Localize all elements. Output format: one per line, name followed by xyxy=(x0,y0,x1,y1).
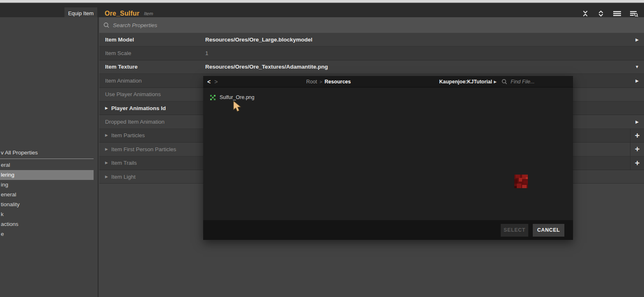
breadcrumb-current[interactable]: Resources xyxy=(325,79,351,85)
find-file-placeholder: Find File... xyxy=(511,79,534,85)
back-button[interactable]: < xyxy=(207,78,211,85)
row-arrow-right-icon[interactable]: ▶ xyxy=(630,115,644,128)
texture-file-icon xyxy=(210,95,215,100)
property-label: Dropped Item Animation xyxy=(105,119,165,125)
file-name: Sulfur_Ore.png xyxy=(220,94,254,100)
property-label-cell: ▶Player Animations Id xyxy=(99,101,205,115)
breadcrumb-root[interactable]: Root xyxy=(306,79,317,85)
property-label-cell: ▶Item Trails xyxy=(99,157,205,170)
row-arrow-right-icon[interactable]: ▶ xyxy=(630,33,644,46)
expand-arrow-icon[interactable]: ▶ xyxy=(105,134,108,137)
texture-preview xyxy=(514,175,528,188)
row-right-spacer xyxy=(630,101,644,115)
file-picker-footer: SELECT CANCEL xyxy=(203,220,573,240)
scope-label: Kaupenjoe:KJTutorial xyxy=(439,79,492,85)
property-label-cell: Item Scale xyxy=(99,46,205,60)
property-row[interactable]: Item ModelResources/Ores/Ore_Large.block… xyxy=(99,33,644,46)
add-entry-button[interactable]: + xyxy=(630,143,644,156)
expand-arrow-icon[interactable]: ▶ xyxy=(105,147,108,151)
property-label: Item Model xyxy=(105,37,134,43)
sidebar-item[interactable]: k xyxy=(0,210,99,219)
property-label: Item Scale xyxy=(105,50,131,56)
sidebar-item[interactable]: eneral xyxy=(0,190,99,200)
expand-arrow-icon[interactable]: ▶ xyxy=(105,175,108,179)
row-right-spacer xyxy=(630,170,644,183)
property-row[interactable]: Item TextureResources/Ores/Ore_Textures/… xyxy=(99,60,644,74)
sidebar-item[interactable]: v All Properties xyxy=(0,148,99,158)
breadcrumb: Root > Resources xyxy=(306,76,351,87)
select-button[interactable]: SELECT xyxy=(501,224,528,237)
property-label: Item First Person Particles xyxy=(111,146,176,152)
row-right-spacer xyxy=(630,88,644,101)
menu-icon[interactable] xyxy=(613,10,621,17)
expand-arrow-icon[interactable]: ▶ xyxy=(105,106,108,110)
property-label: Item Trails xyxy=(111,160,137,166)
property-label: Player Animations Id xyxy=(111,105,166,111)
nav-group: < > xyxy=(207,76,218,87)
property-label-cell: Item Model xyxy=(99,33,205,46)
property-label-cell: ▶Item Particles xyxy=(99,129,205,142)
filter-search-icon[interactable] xyxy=(630,10,638,17)
sidebar-item[interactable]: e xyxy=(0,229,99,239)
search-icon xyxy=(103,22,110,28)
file-item-sulfur-ore[interactable]: Sulfur_Ore.png xyxy=(203,92,573,103)
property-label-cell: Item Animation xyxy=(99,74,205,87)
category-sidebar: v All Propertieseralleringingeneraltiona… xyxy=(0,148,99,239)
property-label: Item Animation xyxy=(105,78,142,84)
cancel-button[interactable]: CANCEL xyxy=(533,224,564,237)
property-label-cell: Use Player Animations xyxy=(99,88,205,101)
property-label-cell: Dropped Item Animation xyxy=(99,115,205,128)
row-arrow-right-icon[interactable]: ▶ xyxy=(630,74,644,87)
search-placeholder: Search Properties xyxy=(113,22,157,28)
property-label: Use Player Animations xyxy=(105,91,161,97)
search-properties-field[interactable]: Search Properties xyxy=(99,17,644,33)
property-label: Item Light xyxy=(111,174,135,180)
app-window: Equip Item Ore_Sulfur Item v All Propert… xyxy=(0,0,644,297)
sidebar-item[interactable]: lering xyxy=(0,170,94,180)
left-panel: v All Propertieseralleringingeneraltiona… xyxy=(0,17,99,297)
property-label: Item Texture xyxy=(105,64,138,70)
file-picker-dialog: < > Root > Resources Kaupenjoe:KJTutoria… xyxy=(203,76,573,240)
add-entry-button[interactable]: + xyxy=(630,157,644,170)
file-list: Sulfur_Ore.png xyxy=(203,88,573,220)
add-entry-button[interactable]: + xyxy=(630,129,644,142)
property-label: Item Particles xyxy=(111,132,145,138)
collapse-all-icon[interactable] xyxy=(582,10,589,17)
property-value[interactable]: Resources/Ores/Ore_Large.blockymodel xyxy=(205,33,630,46)
page-title-type: Item xyxy=(144,11,153,16)
property-label-cell: ▶Item Light xyxy=(99,170,205,183)
window-chrome-strip xyxy=(0,0,644,3)
header-bar: Equip Item Ore_Sulfur Item xyxy=(0,3,644,17)
row-right-spacer xyxy=(630,46,644,60)
expand-arrow-icon[interactable]: ▶ xyxy=(105,161,108,165)
page-title: Ore_Sulfur xyxy=(105,10,140,17)
sidebar-item[interactable]: actions xyxy=(0,219,99,229)
find-file-search-icon xyxy=(502,79,507,85)
property-label-cell: Item Texture xyxy=(99,60,205,74)
sidebar-divider xyxy=(0,159,94,159)
row-arrow-down-icon[interactable]: ▼ xyxy=(630,60,644,74)
chevron-right-icon: ▶ xyxy=(494,80,497,84)
breadcrumb-separator: > xyxy=(319,79,322,84)
property-value[interactable]: 1 xyxy=(205,46,630,60)
sidebar-item[interactable]: eral xyxy=(0,160,99,170)
property-value[interactable]: Resources/Ores/Ore_Textures/Adamantite.p… xyxy=(205,60,630,74)
expand-all-icon[interactable] xyxy=(598,10,604,17)
property-row[interactable]: Item Scale1 xyxy=(99,46,644,60)
forward-button[interactable]: > xyxy=(214,78,218,85)
scope-dropdown[interactable]: Kaupenjoe:KJTutorial ▶ xyxy=(439,76,497,87)
find-file-field[interactable]: Find File... xyxy=(502,76,534,87)
file-picker-header: < > Root > Resources Kaupenjoe:KJTutoria… xyxy=(203,76,573,87)
property-label-cell: ▶Item First Person Particles xyxy=(99,143,205,156)
sidebar-item[interactable]: ing xyxy=(0,180,99,190)
sidebar-item[interactable]: tionality xyxy=(0,200,99,210)
